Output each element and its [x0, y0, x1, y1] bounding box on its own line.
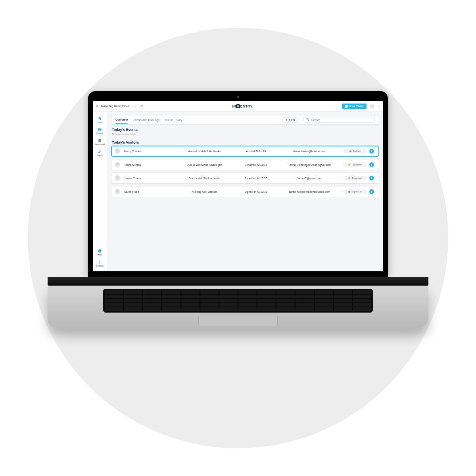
visitor-name: Harry Charles	[124, 150, 173, 153]
tab-overview[interactable]: Overview	[115, 116, 128, 124]
visitors-list: Harry CharlesArrived to visit Julie Hank…	[111, 146, 379, 200]
tab-bar: Overview Events And Bookings Visitor His…	[111, 115, 379, 125]
sidebar-item-label: Visitors	[96, 132, 104, 134]
logo-v: V	[236, 104, 240, 108]
visitor-time: Arrived At 11:19	[236, 150, 276, 153]
status-dot-icon	[348, 191, 350, 193]
avatar-icon	[115, 162, 120, 167]
visitor-email: JamesT@gmail.com	[278, 177, 341, 180]
funnel-icon: ▼	[285, 119, 288, 121]
app-screen: V Marketing Demo Enviro… ⌄ ⇵ INVENTRY + …	[93, 101, 383, 271]
sidebar-item-home[interactable]: Home	[93, 114, 107, 125]
sidebar-item-label: Help	[98, 253, 102, 256]
laptop-mockup: V Marketing Demo Enviro… ⌄ ⇵ INVENTRY + …	[48, 91, 428, 329]
svg-point-3	[100, 151, 101, 152]
status-badge: Signed In	[343, 190, 367, 194]
users-icon	[98, 150, 102, 154]
svg-point-5	[99, 261, 100, 263]
sidebar-item-settings[interactable]: Settings	[93, 258, 107, 269]
visitor-purpose: Due to visit Sabina Lester	[176, 177, 234, 180]
logo-prefix: IN	[232, 104, 236, 108]
search-field[interactable]: 🔍	[303, 117, 375, 123]
trackpad	[198, 316, 278, 326]
sidebar-item-personnel[interactable]: Personnel	[93, 136, 107, 148]
chevron-down-icon[interactable]: ⌄	[378, 105, 380, 108]
id-card-icon	[98, 127, 102, 132]
status-badge: Arrived	[343, 149, 367, 153]
status-badge: Expected	[343, 176, 367, 180]
chevron-down-icon: ⌄	[134, 105, 137, 108]
sidebar-item-visitors[interactable]: Visitors	[93, 125, 107, 136]
book-visitor-button[interactable]: + Book Visitor	[342, 104, 367, 109]
visitors-section-title: Today's Visitors	[112, 140, 378, 144]
sidebar-item-pupils[interactable]: Pupils	[93, 148, 107, 159]
status-badge: Expected	[343, 163, 367, 167]
avatar-icon	[115, 175, 120, 181]
svg-rect-0	[98, 129, 101, 131]
sidebar-item-help[interactable]: Help	[93, 247, 107, 258]
user-avatar[interactable]	[370, 104, 374, 109]
visitor-time: Expected At 11:15	[236, 163, 276, 166]
status-label: Expected	[351, 177, 361, 179]
search-icon: 🔍	[306, 118, 310, 121]
search-input[interactable]	[311, 119, 372, 121]
sidebar-item-label: Pupils	[97, 154, 103, 157]
filter-button[interactable]: ▼ Filter	[282, 117, 298, 123]
brand-v-icon: V	[96, 105, 98, 107]
visitor-name: Sarah Hope	[124, 190, 173, 193]
visitor-email: Tasha.Cleaning@CleaningCo.com	[278, 163, 341, 166]
topbar: V Marketing Demo Enviro… ⌄ ⇵ INVENTRY + …	[93, 101, 383, 112]
svg-point-2	[99, 150, 100, 152]
environment-dropdown[interactable]: Marketing Demo Enviro… ⌄	[101, 105, 137, 108]
status-label: Signed In	[351, 190, 361, 193]
events-section-title: Today's Events	[112, 128, 378, 132]
camera-dot	[237, 96, 239, 98]
info-button[interactable]: i	[369, 149, 374, 154]
visitor-name: Tasha Murray	[124, 163, 173, 166]
visitor-purpose: Visiting Alex Lifeson	[176, 190, 234, 193]
status-dot-icon	[348, 164, 350, 166]
help-icon	[98, 249, 102, 253]
avatar-icon	[115, 148, 120, 154]
svg-point-4	[98, 249, 101, 252]
keyboard	[103, 289, 373, 313]
visitor-email: sarah.hope@creativestudios.com	[278, 190, 341, 193]
sidebar-item-label: Personnel	[95, 143, 105, 146]
svg-rect-1	[98, 139, 101, 142]
info-button[interactable]: i	[369, 162, 374, 167]
visitor-time: Signed In At 11:13	[236, 190, 276, 193]
visitor-purpose: Arrived to visit Julie Hanks	[176, 150, 234, 153]
visitor-row[interactable]: Sarah HopeVisiting Alex LifesonSigned In…	[111, 186, 379, 197]
sidebar: Home Visitors Personnel	[93, 112, 107, 271]
environment-label: Marketing Demo Enviro…	[101, 105, 133, 107]
book-visitor-label: Book Visitor	[349, 105, 364, 107]
plus-icon: +	[345, 105, 348, 108]
visitor-name: James Turner	[124, 177, 173, 180]
tab-visitor-history[interactable]: Visitor History	[165, 116, 182, 124]
visitor-row[interactable]: James TurnerDue to visit Sabina LesterEx…	[111, 173, 379, 184]
status-label: Expected	[351, 163, 361, 166]
info-button[interactable]: i	[369, 189, 374, 194]
tab-events-bookings[interactable]: Events And Bookings	[133, 116, 159, 124]
visitor-time: Expected At 13:30	[236, 177, 276, 180]
status-label: Arrived	[353, 150, 360, 152]
visitor-email: Harrycharles@hotmail.com	[278, 150, 341, 153]
badge-icon	[98, 138, 102, 143]
visitor-purpose: Due to visit Marie Gascoigne	[176, 163, 234, 166]
filter-label: Filter	[289, 119, 295, 121]
home-icon	[98, 116, 102, 121]
app-logo: INVENTRY	[146, 104, 339, 108]
visitor-row[interactable]: Tasha MurrayDue to visit Marie Gascoigne…	[111, 159, 379, 170]
avatar-icon	[115, 189, 120, 194]
visitor-row[interactable]: Harry CharlesArrived to visit Julie Hank…	[111, 146, 379, 157]
status-dot-icon	[349, 150, 351, 152]
sidebar-item-label: Home	[97, 121, 103, 123]
logo-suffix: ENTRY	[240, 104, 253, 108]
gear-icon	[98, 260, 102, 264]
sidebar-item-label: Settings	[96, 265, 104, 267]
status-dot-icon	[348, 177, 350, 179]
info-button[interactable]: i	[369, 176, 374, 180]
org-tree-icon[interactable]: ⇵	[140, 104, 143, 108]
main-panel: Overview Events And Bookings Visitor His…	[107, 112, 383, 271]
events-empty-text: No events available.	[112, 133, 378, 136]
